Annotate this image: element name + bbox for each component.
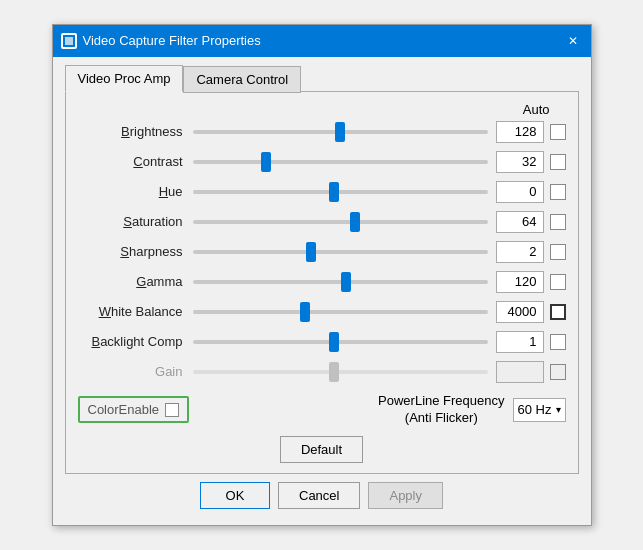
contrast-value[interactable] [496, 151, 544, 173]
bottom-controls-row: ColorEnable PowerLine Frequency (Anti Fl… [78, 393, 566, 427]
gamma-slider[interactable] [193, 272, 488, 292]
gain-auto-checkbox[interactable] [550, 364, 566, 380]
color-enable-label: ColorEnable [88, 402, 160, 417]
white-balance-label: White Balance [78, 304, 193, 319]
contrast-label: Contrast [78, 154, 193, 169]
tab-content: Auto Brightness Contrast [65, 91, 579, 475]
default-button-row: Default [78, 436, 566, 463]
tab-camera-control[interactable]: Camera Control [183, 66, 301, 93]
backlight-comp-label: Backlight Comp [78, 334, 193, 349]
gain-value [496, 361, 544, 383]
brightness-row: Brightness [78, 119, 566, 145]
backlight-comp-slider[interactable] [193, 332, 488, 352]
color-enable-box: ColorEnable [78, 396, 190, 423]
close-button[interactable]: ✕ [563, 31, 583, 51]
gamma-auto-checkbox[interactable] [550, 274, 566, 290]
powerline-frequency-select[interactable]: 60 Hz ▾ [513, 398, 566, 422]
contrast-input [497, 152, 539, 172]
powerline-label-line1: PowerLine Frequency [378, 393, 504, 410]
color-enable-checkbox[interactable] [165, 403, 179, 417]
brightness-label: Brightness [78, 124, 193, 139]
powerline-label-line2: (Anti Flicker) [378, 410, 504, 427]
powerline-value: 60 Hz [518, 402, 552, 417]
chevron-down-icon: ▾ [556, 404, 561, 415]
gain-slider [193, 362, 488, 382]
white-balance-row: White Balance [78, 299, 566, 325]
backlight-comp-value[interactable] [496, 331, 544, 353]
white-balance-input [497, 302, 539, 322]
gamma-value[interactable] [496, 271, 544, 293]
saturation-value[interactable] [496, 211, 544, 233]
backlight-comp-row: Backlight Comp [78, 329, 566, 355]
brightness-value[interactable] [496, 121, 544, 143]
hue-input [497, 182, 539, 202]
hue-value[interactable] [496, 181, 544, 203]
saturation-input [497, 212, 539, 232]
tabs: Video Proc Amp Camera Control [65, 65, 579, 92]
hue-auto-checkbox[interactable] [550, 184, 566, 200]
backlight-comp-input [497, 332, 539, 352]
contrast-row: Contrast [78, 149, 566, 175]
sharpness-input [497, 242, 539, 262]
dialog-buttons-area: OK Cancel Apply [65, 474, 579, 513]
saturation-row: Saturation [78, 209, 566, 235]
white-balance-auto-checkbox[interactable] [550, 304, 566, 320]
apply-button[interactable]: Apply [368, 482, 443, 509]
content-area: Video Proc Amp Camera Control Auto Brigh… [53, 57, 591, 526]
sharpness-label: Sharpness [78, 244, 193, 259]
brightness-input [497, 122, 539, 142]
contrast-slider[interactable] [193, 152, 488, 172]
saturation-label: Saturation [78, 214, 193, 229]
gain-row: Gain [78, 359, 566, 385]
saturation-slider[interactable] [193, 212, 488, 232]
default-button[interactable]: Default [280, 436, 363, 463]
main-window: Video Capture Filter Properties ✕ Video … [52, 24, 592, 527]
gamma-input [497, 272, 539, 292]
brightness-slider[interactable] [193, 122, 488, 142]
auto-column-header: Auto [78, 102, 566, 117]
hue-label: Hue [78, 184, 193, 199]
svg-rect-1 [65, 37, 73, 45]
white-balance-value[interactable] [496, 301, 544, 323]
gain-label: Gain [78, 364, 193, 379]
cancel-button[interactable]: Cancel [278, 482, 360, 509]
brightness-auto-checkbox[interactable] [550, 124, 566, 140]
sharpness-row: Sharpness [78, 239, 566, 265]
sharpness-auto-checkbox[interactable] [550, 244, 566, 260]
title-bar-controls: ✕ [563, 31, 583, 51]
ok-button[interactable]: OK [200, 482, 270, 509]
sharpness-slider[interactable] [193, 242, 488, 262]
tab-video-proc-amp[interactable]: Video Proc Amp [65, 65, 184, 92]
saturation-auto-checkbox[interactable] [550, 214, 566, 230]
window-title: Video Capture Filter Properties [83, 33, 261, 48]
hue-slider[interactable] [193, 182, 488, 202]
gamma-label: Gamma [78, 274, 193, 289]
hue-row: Hue [78, 179, 566, 205]
backlight-comp-auto-checkbox[interactable] [550, 334, 566, 350]
powerline-label: PowerLine Frequency (Anti Flicker) [378, 393, 504, 427]
contrast-auto-checkbox[interactable] [550, 154, 566, 170]
sharpness-value[interactable] [496, 241, 544, 263]
white-balance-slider[interactable] [193, 302, 488, 322]
title-bar: Video Capture Filter Properties ✕ [53, 25, 591, 57]
powerline-section: PowerLine Frequency (Anti Flicker) 60 Hz… [378, 393, 565, 427]
sliders-container: Brightness Contrast [78, 119, 566, 385]
window-icon [61, 33, 77, 49]
gamma-row: Gamma [78, 269, 566, 295]
